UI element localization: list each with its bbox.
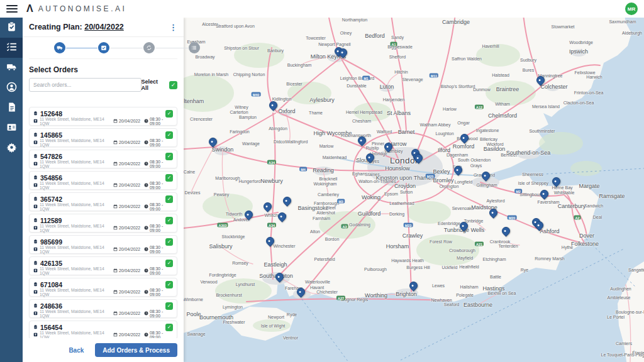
order-item[interactable]: 985699✓11 Week Street, Maidstone, ME14 1…: [29, 235, 177, 254]
order-item[interactable]: 354856✓11 Week Street, Maidstone, ME14 1…: [29, 171, 177, 190]
order-date: 20/04/2022: [119, 332, 140, 337]
order-date: 20/04/2022: [119, 204, 140, 209]
map-base-art: [184, 18, 644, 362]
panel-footer: Back Add Orders & Process: [23, 338, 184, 362]
calendar-icon: [113, 140, 118, 145]
stepper-connector: [155, 48, 188, 49]
order-date: 20/04/2022: [119, 140, 140, 145]
user-avatar[interactable]: MR: [625, 3, 638, 15]
clock-icon: [144, 332, 148, 337]
order-item[interactable]: 145865✓11 Week Street, Maidstone, ME14 1…: [29, 128, 177, 147]
location-icon: [33, 290, 38, 294]
clock-icon: [144, 119, 148, 123]
kebab-menu-icon[interactable]: ⋮: [169, 23, 177, 31]
location-icon: [33, 268, 38, 273]
clock-icon: [144, 183, 148, 187]
order-time: 08:30 - 09:00: [150, 224, 173, 233]
order-item[interactable]: 426135✓11 Week Street, Maidstone, ME14 1…: [29, 256, 177, 275]
select-all-label: Select All: [142, 79, 165, 91]
order-box-icon: [33, 218, 38, 222]
select-all-checkbox[interactable]: ✓: [169, 81, 177, 89]
calendar-icon: [113, 183, 118, 187]
truck-icon: [6, 62, 17, 75]
order-item[interactable]: 248636✓11 Week Street, Maidstone, ME14 1…: [29, 299, 177, 318]
document-icon: [6, 102, 17, 115]
order-address: 11 Week Street, Maidstone, ME14 1QW: [40, 181, 109, 190]
hamburger-menu-icon[interactable]: [6, 5, 18, 13]
order-box-icon: [33, 111, 38, 116]
stepper-connector: [66, 48, 97, 49]
order-time: 08:30 - 09:00: [150, 309, 173, 318]
map-canvas[interactable]: NorthamptonAlcesterStratford upon AvonEv…: [184, 18, 644, 362]
order-address: 11 Week Street, Maidstone, ME14 1QW: [40, 309, 109, 318]
location-icon: [33, 162, 38, 166]
calendar-icon: [113, 332, 118, 337]
clock-icon: [144, 311, 148, 315]
order-item[interactable]: 365742✓11 Week Street, Maidstone, ME14 1…: [29, 192, 177, 211]
order-item[interactable]: 112589✓11 Week Street, Maidstone, ME14 1…: [29, 214, 177, 233]
calendar-icon: [113, 247, 118, 251]
order-item[interactable]: 671084✓11 Week Street, Maidstone, ME14 1…: [29, 278, 177, 297]
stepper-step-truck-icon[interactable]: [54, 42, 65, 53]
order-address: 11 Week Street, Maidstone, ME14 1QW: [40, 117, 109, 126]
app-window: Λ AUTONOMISE.AI MR Creating Plan: 20/04/…: [0, 0, 644, 362]
order-time: 08:30 - 09:00: [150, 160, 173, 168]
order-item[interactable]: 547826✓11 Week Street, Maidstone, ME14 1…: [29, 150, 177, 168]
add-orders-process-button[interactable]: Add Orders & Process: [95, 343, 177, 357]
order-date: 20/04/2022: [119, 247, 140, 251]
stepper-step-cycle-icon[interactable]: [143, 42, 155, 53]
sidebar-item-document[interactable]: [0, 98, 23, 118]
top-bar: Λ AUTONOMISE.AI MR: [0, 0, 644, 18]
sidebar-item-clipboard-check[interactable]: [0, 18, 23, 38]
location-icon: [33, 226, 38, 230]
calendar-icon: [113, 311, 118, 315]
panel-header: Creating Plan: 20/04/2022 ⋮: [23, 18, 184, 37]
sidebar-item-task-list[interactable]: [0, 38, 23, 58]
order-item[interactable]: 152648✓11 Week Street, Maidstone, ME14 1…: [29, 107, 177, 126]
order-date: 20/04/2022: [119, 268, 140, 273]
order-date: 20/04/2022: [119, 162, 140, 166]
plan-date: 20/04/2022: [84, 23, 124, 31]
plan-stepper: [29, 37, 177, 59]
location-icon: [33, 183, 38, 187]
search-input[interactable]: [29, 78, 142, 92]
order-time: 08:30 - 09:00: [150, 245, 173, 254]
location-icon: [33, 119, 38, 123]
sidebar-item-id-card[interactable]: [0, 118, 23, 138]
sidebar-item-gear[interactable]: [0, 138, 23, 158]
sidebar-rail: [0, 18, 23, 362]
order-box-icon: [33, 325, 38, 329]
clock-icon: [144, 162, 148, 166]
location-icon: [33, 332, 38, 337]
sidebar-item-person[interactable]: [0, 78, 23, 98]
stepper-step-calendar-check-icon[interactable]: [98, 42, 109, 53]
order-item[interactable]: 156454✓11 Week Street, Maidstone, ME14 1…: [29, 321, 177, 338]
plan-panel: Creating Plan: 20/04/2022 ⋮ Select Order…: [23, 18, 184, 362]
order-time: 08:30 - 09:00: [150, 331, 173, 339]
stepper-step-list-icon[interactable]: [189, 42, 200, 53]
clock-icon: [144, 204, 148, 209]
clock-icon: [144, 290, 148, 294]
calendar-icon: [113, 290, 118, 294]
clock-icon: [144, 226, 148, 230]
id-card-icon: [6, 122, 17, 135]
order-date: 20/04/2022: [119, 226, 140, 230]
location-icon: [33, 311, 38, 315]
order-date: 20/04/2022: [119, 119, 140, 123]
clock-icon: [144, 247, 148, 251]
task-list-icon: [6, 41, 17, 55]
order-address: 11 Week Street, Maidstone, ME14 1QW: [40, 202, 109, 211]
order-box-icon: [33, 239, 38, 244]
calendar-icon: [113, 204, 118, 209]
location-icon: [33, 140, 38, 145]
order-box-icon: [33, 282, 38, 287]
back-button[interactable]: Back: [69, 347, 84, 354]
order-box-icon: [33, 154, 38, 158]
order-time: 08:30 - 09:00: [150, 138, 173, 147]
calendar-icon: [113, 268, 118, 273]
calendar-icon: [113, 119, 118, 123]
brand-logo-icon: Λ: [26, 4, 33, 14]
order-time: 08:30 - 09:00: [150, 181, 173, 190]
order-address: 11 Week Street, Maidstone, ME14 1QW: [40, 288, 109, 297]
sidebar-item-truck[interactable]: [0, 58, 23, 78]
